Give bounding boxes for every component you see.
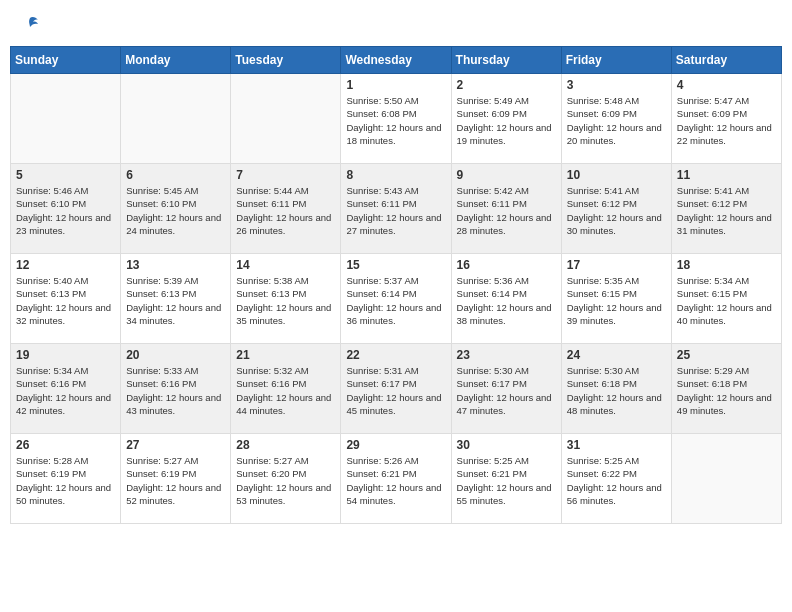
calendar-cell: 6Sunrise: 5:45 AM Sunset: 6:10 PM Daylig…: [121, 164, 231, 254]
calendar-cell: 8Sunrise: 5:43 AM Sunset: 6:11 PM Daylig…: [341, 164, 451, 254]
day-number: 25: [677, 348, 776, 362]
calendar-week-row: 1Sunrise: 5:50 AM Sunset: 6:08 PM Daylig…: [11, 74, 782, 164]
day-info: Sunrise: 5:36 AM Sunset: 6:14 PM Dayligh…: [457, 274, 556, 327]
day-number: 21: [236, 348, 335, 362]
calendar-cell: 20Sunrise: 5:33 AM Sunset: 6:16 PM Dayli…: [121, 344, 231, 434]
day-number: 24: [567, 348, 666, 362]
day-info: Sunrise: 5:42 AM Sunset: 6:11 PM Dayligh…: [457, 184, 556, 237]
weekday-header-wednesday: Wednesday: [341, 47, 451, 74]
logo: [18, 14, 40, 34]
calendar-cell: 14Sunrise: 5:38 AM Sunset: 6:13 PM Dayli…: [231, 254, 341, 344]
day-number: 1: [346, 78, 445, 92]
calendar-cell: 18Sunrise: 5:34 AM Sunset: 6:15 PM Dayli…: [671, 254, 781, 344]
day-info: Sunrise: 5:37 AM Sunset: 6:14 PM Dayligh…: [346, 274, 445, 327]
day-number: 29: [346, 438, 445, 452]
calendar-cell: 10Sunrise: 5:41 AM Sunset: 6:12 PM Dayli…: [561, 164, 671, 254]
day-info: Sunrise: 5:39 AM Sunset: 6:13 PM Dayligh…: [126, 274, 225, 327]
calendar-cell: 30Sunrise: 5:25 AM Sunset: 6:21 PM Dayli…: [451, 434, 561, 524]
weekday-header-monday: Monday: [121, 47, 231, 74]
day-number: 17: [567, 258, 666, 272]
calendar-cell: 3Sunrise: 5:48 AM Sunset: 6:09 PM Daylig…: [561, 74, 671, 164]
day-number: 23: [457, 348, 556, 362]
day-number: 19: [16, 348, 115, 362]
calendar-cell: 17Sunrise: 5:35 AM Sunset: 6:15 PM Dayli…: [561, 254, 671, 344]
calendar-cell: 16Sunrise: 5:36 AM Sunset: 6:14 PM Dayli…: [451, 254, 561, 344]
calendar-cell: 5Sunrise: 5:46 AM Sunset: 6:10 PM Daylig…: [11, 164, 121, 254]
day-info: Sunrise: 5:44 AM Sunset: 6:11 PM Dayligh…: [236, 184, 335, 237]
day-number: 8: [346, 168, 445, 182]
day-info: Sunrise: 5:27 AM Sunset: 6:20 PM Dayligh…: [236, 454, 335, 507]
day-info: Sunrise: 5:31 AM Sunset: 6:17 PM Dayligh…: [346, 364, 445, 417]
calendar-cell: 31Sunrise: 5:25 AM Sunset: 6:22 PM Dayli…: [561, 434, 671, 524]
day-info: Sunrise: 5:29 AM Sunset: 6:18 PM Dayligh…: [677, 364, 776, 417]
calendar-cell: [121, 74, 231, 164]
day-number: 15: [346, 258, 445, 272]
calendar-cell: 28Sunrise: 5:27 AM Sunset: 6:20 PM Dayli…: [231, 434, 341, 524]
calendar-cell: 29Sunrise: 5:26 AM Sunset: 6:21 PM Dayli…: [341, 434, 451, 524]
weekday-header-friday: Friday: [561, 47, 671, 74]
calendar-week-row: 19Sunrise: 5:34 AM Sunset: 6:16 PM Dayli…: [11, 344, 782, 434]
calendar-cell: 15Sunrise: 5:37 AM Sunset: 6:14 PM Dayli…: [341, 254, 451, 344]
calendar-cell: 19Sunrise: 5:34 AM Sunset: 6:16 PM Dayli…: [11, 344, 121, 434]
day-info: Sunrise: 5:49 AM Sunset: 6:09 PM Dayligh…: [457, 94, 556, 147]
day-number: 6: [126, 168, 225, 182]
day-info: Sunrise: 5:33 AM Sunset: 6:16 PM Dayligh…: [126, 364, 225, 417]
day-info: Sunrise: 5:50 AM Sunset: 6:08 PM Dayligh…: [346, 94, 445, 147]
day-info: Sunrise: 5:26 AM Sunset: 6:21 PM Dayligh…: [346, 454, 445, 507]
day-number: 31: [567, 438, 666, 452]
day-number: 26: [16, 438, 115, 452]
page-header: [10, 10, 782, 38]
day-number: 27: [126, 438, 225, 452]
day-number: 3: [567, 78, 666, 92]
day-number: 13: [126, 258, 225, 272]
day-number: 14: [236, 258, 335, 272]
calendar-cell: 25Sunrise: 5:29 AM Sunset: 6:18 PM Dayli…: [671, 344, 781, 434]
day-number: 18: [677, 258, 776, 272]
day-info: Sunrise: 5:27 AM Sunset: 6:19 PM Dayligh…: [126, 454, 225, 507]
weekday-header-sunday: Sunday: [11, 47, 121, 74]
calendar-week-row: 5Sunrise: 5:46 AM Sunset: 6:10 PM Daylig…: [11, 164, 782, 254]
day-number: 10: [567, 168, 666, 182]
day-number: 4: [677, 78, 776, 92]
day-number: 22: [346, 348, 445, 362]
day-info: Sunrise: 5:45 AM Sunset: 6:10 PM Dayligh…: [126, 184, 225, 237]
calendar-cell: 22Sunrise: 5:31 AM Sunset: 6:17 PM Dayli…: [341, 344, 451, 434]
day-info: Sunrise: 5:34 AM Sunset: 6:16 PM Dayligh…: [16, 364, 115, 417]
day-info: Sunrise: 5:28 AM Sunset: 6:19 PM Dayligh…: [16, 454, 115, 507]
calendar-cell: 7Sunrise: 5:44 AM Sunset: 6:11 PM Daylig…: [231, 164, 341, 254]
day-info: Sunrise: 5:35 AM Sunset: 6:15 PM Dayligh…: [567, 274, 666, 327]
day-info: Sunrise: 5:30 AM Sunset: 6:18 PM Dayligh…: [567, 364, 666, 417]
calendar-week-row: 12Sunrise: 5:40 AM Sunset: 6:13 PM Dayli…: [11, 254, 782, 344]
day-number: 28: [236, 438, 335, 452]
calendar-cell: 11Sunrise: 5:41 AM Sunset: 6:12 PM Dayli…: [671, 164, 781, 254]
calendar-cell: 13Sunrise: 5:39 AM Sunset: 6:13 PM Dayli…: [121, 254, 231, 344]
calendar-cell: 26Sunrise: 5:28 AM Sunset: 6:19 PM Dayli…: [11, 434, 121, 524]
calendar-header-row: SundayMondayTuesdayWednesdayThursdayFrid…: [11, 47, 782, 74]
day-info: Sunrise: 5:41 AM Sunset: 6:12 PM Dayligh…: [567, 184, 666, 237]
day-number: 5: [16, 168, 115, 182]
day-number: 30: [457, 438, 556, 452]
day-number: 16: [457, 258, 556, 272]
day-info: Sunrise: 5:46 AM Sunset: 6:10 PM Dayligh…: [16, 184, 115, 237]
calendar-cell: 12Sunrise: 5:40 AM Sunset: 6:13 PM Dayli…: [11, 254, 121, 344]
day-info: Sunrise: 5:48 AM Sunset: 6:09 PM Dayligh…: [567, 94, 666, 147]
calendar-cell: 4Sunrise: 5:47 AM Sunset: 6:09 PM Daylig…: [671, 74, 781, 164]
day-number: 11: [677, 168, 776, 182]
day-info: Sunrise: 5:30 AM Sunset: 6:17 PM Dayligh…: [457, 364, 556, 417]
calendar-cell: 21Sunrise: 5:32 AM Sunset: 6:16 PM Dayli…: [231, 344, 341, 434]
weekday-header-tuesday: Tuesday: [231, 47, 341, 74]
calendar-cell: [231, 74, 341, 164]
calendar-cell: 9Sunrise: 5:42 AM Sunset: 6:11 PM Daylig…: [451, 164, 561, 254]
calendar-cell: 23Sunrise: 5:30 AM Sunset: 6:17 PM Dayli…: [451, 344, 561, 434]
day-info: Sunrise: 5:43 AM Sunset: 6:11 PM Dayligh…: [346, 184, 445, 237]
day-info: Sunrise: 5:25 AM Sunset: 6:21 PM Dayligh…: [457, 454, 556, 507]
day-info: Sunrise: 5:38 AM Sunset: 6:13 PM Dayligh…: [236, 274, 335, 327]
day-number: 9: [457, 168, 556, 182]
day-info: Sunrise: 5:47 AM Sunset: 6:09 PM Dayligh…: [677, 94, 776, 147]
logo-bird-icon: [20, 14, 40, 34]
day-number: 2: [457, 78, 556, 92]
calendar-cell: 2Sunrise: 5:49 AM Sunset: 6:09 PM Daylig…: [451, 74, 561, 164]
calendar-table: SundayMondayTuesdayWednesdayThursdayFrid…: [10, 46, 782, 524]
calendar-cell: [671, 434, 781, 524]
calendar-week-row: 26Sunrise: 5:28 AM Sunset: 6:19 PM Dayli…: [11, 434, 782, 524]
